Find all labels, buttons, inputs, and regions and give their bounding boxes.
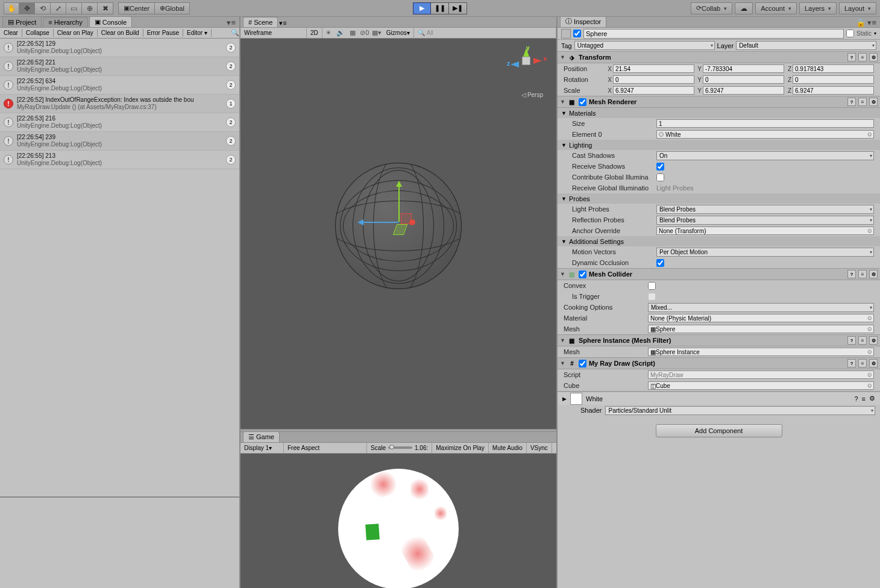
transform-tool[interactable]: ⊕ bbox=[82, 2, 98, 14]
static-checkbox[interactable] bbox=[846, 30, 854, 37]
materials-size[interactable] bbox=[656, 119, 874, 128]
mute-toggle[interactable]: Mute Audio bbox=[489, 443, 527, 453]
scene-view[interactable]: yxz ◁ Persp bbox=[240, 39, 556, 429]
scale-x[interactable] bbox=[613, 86, 694, 95]
material-element0[interactable]: White bbox=[656, 130, 874, 139]
cooking-options[interactable]: Mixed... bbox=[648, 303, 874, 312]
log-row[interactable]: ![22:26:52] 634UnityEngine.Debug:Log(Obj… bbox=[0, 76, 239, 95]
game-view[interactable] bbox=[240, 454, 556, 589]
projection-label[interactable]: ◁ Persp bbox=[521, 92, 543, 98]
scene-search[interactable]: 🔍All bbox=[414, 28, 556, 38]
inspector-options[interactable]: 🔒 ▾≡ bbox=[852, 18, 880, 27]
transform-header[interactable]: ▼⬗Transform ? ≡ ⚙ bbox=[558, 52, 880, 63]
tag-dropdown[interactable]: Untagged bbox=[574, 41, 715, 50]
tab-project[interactable]: ▤ Project bbox=[2, 16, 42, 27]
scale-z[interactable] bbox=[793, 86, 874, 95]
gameobject-name-field[interactable] bbox=[583, 29, 844, 39]
pivot-rotation[interactable]: ⊕ Global bbox=[155, 2, 190, 14]
tab-game[interactable]: ☰ Game bbox=[243, 431, 280, 442]
motion-vectors[interactable]: Per Object Motion bbox=[656, 248, 874, 257]
custom-tool[interactable]: ✖ bbox=[98, 2, 113, 14]
play-button[interactable]: ▶ bbox=[413, 2, 431, 14]
light-probes[interactable]: Blend Probes bbox=[656, 205, 874, 214]
scale-slider[interactable]: Scale1.06: bbox=[367, 443, 432, 453]
move-tool[interactable]: ✥ bbox=[19, 2, 35, 14]
scene-options[interactable]: ▾≡ bbox=[279, 19, 286, 27]
audio-toggle[interactable]: 🔊 bbox=[335, 29, 347, 37]
hand-tool[interactable]: ✋ bbox=[4, 2, 19, 14]
cast-shadows[interactable]: On bbox=[656, 151, 874, 160]
rect-tool[interactable]: ▭ bbox=[66, 2, 82, 14]
camera-toggle[interactable]: ▦▾ bbox=[371, 29, 383, 37]
log-row[interactable]: ![22:26:52] 221UnityEngine.Debug:Log(Obj… bbox=[0, 57, 239, 76]
pivot-mode[interactable]: ▣ Center bbox=[118, 2, 155, 14]
pos-x[interactable] bbox=[613, 64, 694, 73]
gameobject-active-checkbox[interactable] bbox=[573, 30, 581, 37]
rot-y[interactable] bbox=[703, 75, 784, 84]
shader-dropdown[interactable]: Particles/Standard Unlit bbox=[605, 406, 875, 415]
physic-material[interactable]: None (Physic Material) bbox=[648, 314, 874, 322]
gizmos-dropdown[interactable]: Gizmos ▾ bbox=[383, 28, 414, 38]
step-button[interactable]: ▶❚ bbox=[449, 2, 467, 14]
clear-on-play-button[interactable]: Clear on Play bbox=[54, 29, 98, 37]
cube-field[interactable]: ◫ Cube bbox=[648, 381, 874, 390]
anchor-override[interactable]: None (Transform) bbox=[656, 227, 874, 235]
layer-dropdown[interactable]: Default bbox=[736, 41, 876, 50]
rot-x[interactable] bbox=[613, 75, 694, 84]
scale-y[interactable] bbox=[703, 86, 784, 95]
cloud-button[interactable]: ☁ bbox=[735, 2, 753, 14]
shading-mode[interactable]: Wireframe bbox=[240, 28, 307, 38]
tab-inspector[interactable]: ⓘ Inspector bbox=[560, 17, 606, 27]
tab-scene[interactable]: # Scene bbox=[243, 17, 278, 27]
add-component-button[interactable]: Add Component bbox=[656, 424, 782, 437]
collider-enable[interactable] bbox=[579, 271, 586, 278]
help-icon[interactable]: ? bbox=[847, 53, 856, 61]
script-header[interactable]: ▼#My Ray Draw (Script) ?≡⚙ bbox=[558, 358, 880, 369]
dynamic-occlusion[interactable] bbox=[656, 259, 664, 267]
scale-tool[interactable]: ⤢ bbox=[51, 2, 66, 14]
rotate-tool[interactable]: ⟲ bbox=[35, 2, 51, 14]
log-row[interactable]: ![22:26:52] 129UnityEngine.Debug:Log(Obj… bbox=[0, 39, 239, 57]
tab-console[interactable]: ▣ Console bbox=[89, 16, 132, 27]
error-pause-button[interactable]: Error Pause bbox=[143, 29, 183, 37]
tab-hierarchy[interactable]: ≡ Hierarchy bbox=[43, 17, 88, 27]
lighting-toggle[interactable]: ☀ bbox=[322, 29, 335, 37]
material-header[interactable]: ▶ White ?≡⚙ bbox=[558, 392, 880, 405]
vsync-toggle[interactable]: VSync bbox=[527, 443, 552, 453]
pos-z[interactable] bbox=[793, 64, 874, 73]
hidden-toggle[interactable]: ⊘0 bbox=[359, 29, 371, 37]
meshcollider-header[interactable]: ▼▧Mesh Collider ?≡⚙ bbox=[558, 269, 880, 280]
pos-y[interactable] bbox=[703, 64, 784, 73]
contribute-gi[interactable] bbox=[656, 174, 664, 181]
gear-icon[interactable]: ⚙ bbox=[869, 53, 878, 61]
log-row[interactable]: ![22:26:54] 239UnityEngine.Debug:Log(Obj… bbox=[0, 132, 239, 151]
renderer-enable[interactable] bbox=[579, 98, 586, 106]
search-icon[interactable]: 🔍 bbox=[231, 29, 239, 37]
convex-checkbox[interactable] bbox=[648, 282, 656, 290]
receive-shadows[interactable] bbox=[656, 163, 664, 170]
collapse-button[interactable]: Collapse bbox=[22, 29, 54, 37]
display-dropdown[interactable]: Display 1 ▾ bbox=[240, 443, 284, 453]
script-enable[interactable] bbox=[579, 360, 586, 367]
collider-mesh[interactable]: ▦ Sphere bbox=[648, 325, 874, 333]
fx-toggle[interactable]: ▦ bbox=[347, 29, 359, 37]
panel-options[interactable]: ▾≡ bbox=[223, 18, 239, 27]
maximize-toggle[interactable]: Maximize On Play bbox=[432, 443, 489, 453]
filter-mesh[interactable]: ▦ Sphere Instance bbox=[648, 348, 874, 356]
aspect-dropdown[interactable]: Free Aspect bbox=[284, 443, 367, 453]
log-row[interactable]: ![22:26:52] IndexOutOfRangeException: In… bbox=[0, 95, 239, 113]
meshfilter-header[interactable]: ▼▦Sphere Instance (Mesh Filter) ?≡⚙ bbox=[558, 335, 880, 346]
pause-button[interactable]: ❚❚ bbox=[431, 2, 449, 14]
meshrenderer-header[interactable]: ▼▦Mesh Renderer ?≡⚙ bbox=[558, 96, 880, 108]
layout-dropdown[interactable]: Layout▾ bbox=[839, 2, 876, 14]
editor-dropdown[interactable]: Editor ▾ bbox=[183, 29, 212, 37]
rot-z[interactable] bbox=[793, 75, 874, 84]
orientation-gizmo[interactable]: yxz bbox=[509, 46, 545, 88]
gameobject-icon[interactable] bbox=[561, 29, 571, 39]
layers-dropdown[interactable]: Layers▾ bbox=[799, 2, 837, 14]
log-row[interactable]: ![22:26:53] 216UnityEngine.Debug:Log(Obj… bbox=[0, 113, 239, 132]
twod-toggle[interactable]: 2D bbox=[307, 28, 322, 38]
collab-dropdown[interactable]: ⟳ Collab▾ bbox=[691, 2, 732, 14]
reflection-probes[interactable]: Blend Probes bbox=[656, 216, 874, 225]
account-dropdown[interactable]: Account▾ bbox=[755, 2, 797, 14]
